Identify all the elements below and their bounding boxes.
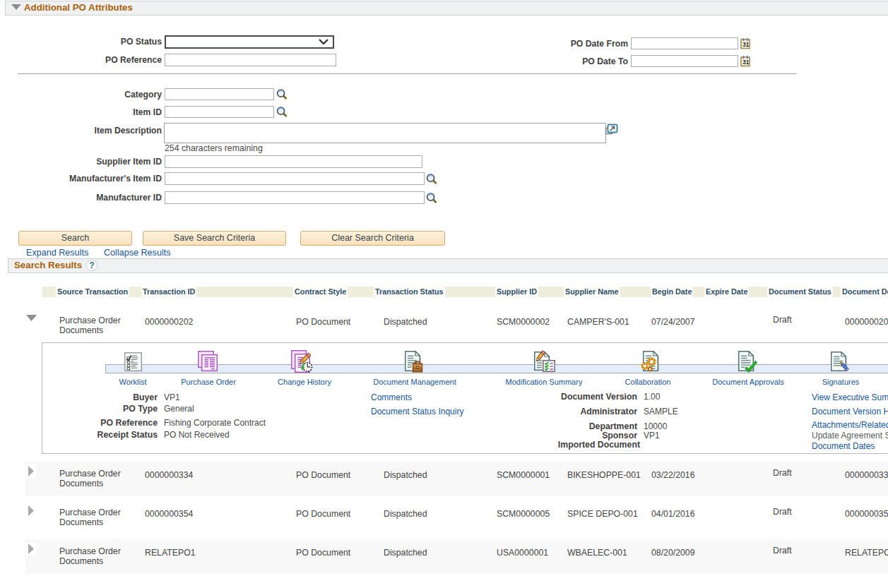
- svg-text:31: 31: [742, 42, 750, 48]
- svg-text:31: 31: [742, 59, 750, 66]
